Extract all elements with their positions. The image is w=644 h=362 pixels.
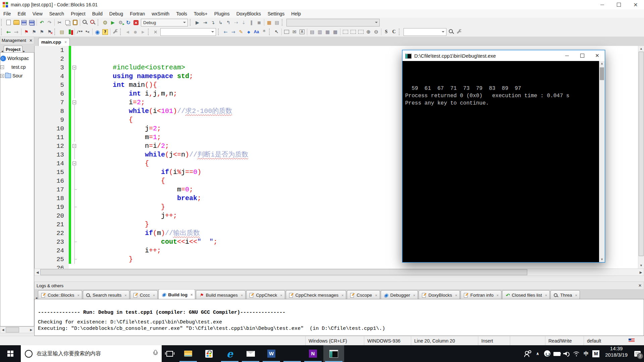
taskbar-console[interactable] (323, 345, 344, 362)
save-all-icon[interactable] (28, 19, 36, 26)
tree-item[interactable]: + Sour (0, 71, 34, 80)
menu-item[interactable]: Plugins (211, 11, 233, 16)
microphone-icon[interactable] (153, 350, 158, 357)
zoom-in-icon[interactable] (365, 28, 372, 36)
paste-icon[interactable] (71, 19, 79, 26)
step-into-instruction-icon[interactable] (240, 19, 248, 26)
taskbar-store[interactable] (199, 345, 219, 362)
doxywizard-icon[interactable] (94, 28, 101, 36)
settings-wrench-icon[interactable] (111, 28, 119, 36)
console-vscrollbar[interactable]: ∧ ∨ (599, 61, 605, 262)
log-tab[interactable]: Cccc × (130, 290, 158, 300)
fold-margin[interactable] (71, 212, 78, 220)
incremental-search-input[interactable] (404, 28, 446, 36)
fold-margin[interactable] (71, 185, 78, 194)
zoom-out-icon[interactable] (372, 28, 380, 36)
editor-vscrollbar[interactable]: ▲ ▼ (638, 46, 644, 268)
project-tree[interactable]: Workspac − test.cp + Sour (0, 52, 34, 326)
menu-item[interactable]: Build (89, 11, 106, 16)
console-maximize-button[interactable] (575, 50, 590, 61)
fold-margin[interactable] (71, 246, 78, 255)
ime-lang-indicator[interactable]: 中 (581, 345, 591, 362)
search-history-select[interactable] (160, 28, 216, 36)
toolbar-grip[interactable] (190, 19, 192, 26)
tab-close-icon[interactable]: × (575, 293, 577, 297)
dash-box-3-icon[interactable] (357, 28, 365, 36)
browse-back-icon[interactable] (5, 28, 12, 36)
fold-margin[interactable] (71, 255, 78, 264)
task-view-button[interactable] (162, 345, 178, 362)
undo-icon[interactable] (38, 19, 46, 26)
tray-app-icon[interactable] (542, 345, 552, 362)
find-icon[interactable] (81, 19, 89, 26)
run-icon[interactable] (109, 19, 117, 26)
fold-margin[interactable] (71, 124, 78, 133)
clear-search-icon[interactable] (152, 28, 159, 36)
step-into-icon[interactable] (217, 19, 224, 26)
log-tab[interactable]: CppCheck messages × (286, 290, 346, 300)
tree-item[interactable]: Workspac (0, 54, 34, 63)
menu-item[interactable]: Project (67, 11, 89, 16)
redo-icon[interactable] (46, 19, 53, 26)
align-fill-icon[interactable] (331, 28, 339, 36)
menu-item[interactable]: Tools+ (191, 11, 211, 16)
frame-widget-icon[interactable] (283, 28, 290, 36)
cut-icon[interactable] (56, 19, 63, 26)
align-left-icon[interactable] (308, 28, 316, 36)
tab-close-icon[interactable]: × (153, 293, 155, 297)
run-to-cursor-icon[interactable] (201, 19, 209, 26)
debugging-windows-icon[interactable] (265, 19, 273, 26)
menu-item[interactable]: Debug (106, 11, 126, 16)
debug-target-select[interactable] (286, 19, 380, 26)
taskbar-mail[interactable] (240, 345, 261, 362)
taskbar-search[interactable]: 在这里输入你要搜索的内容 (21, 345, 162, 362)
debug-continue-icon[interactable] (194, 19, 201, 26)
open-file-icon[interactable] (12, 19, 20, 26)
toolbar-grip[interactable] (282, 19, 284, 26)
log-tab[interactable]: Search results × (83, 290, 129, 300)
menu-item[interactable]: Tools (173, 11, 191, 16)
fold-margin[interactable] (71, 63, 78, 72)
log-tab[interactable]: Code::Blocks × (38, 290, 82, 300)
tab-close-icon[interactable]: × (64, 40, 67, 45)
history-current-icon[interactable] (131, 28, 139, 36)
taskbar-file-explorer[interactable] (178, 345, 199, 362)
log-tab[interactable]: Threa × (550, 290, 580, 300)
tab-close-icon[interactable]: × (545, 293, 547, 297)
taskbar-clock[interactable]: 14:39 2018/3/19 (602, 345, 631, 362)
tab-close-icon[interactable]: × (341, 293, 343, 297)
fold-margin[interactable] (71, 116, 78, 124)
letter-s-icon[interactable] (382, 28, 390, 36)
editor-tab-main-cpp[interactable]: main.cpp × (38, 38, 70, 46)
scroll-up-icon[interactable]: ▲ (638, 46, 644, 52)
step-out-icon[interactable] (224, 19, 232, 26)
edit-pencil-icon[interactable] (237, 28, 245, 36)
fold-margin[interactable] (71, 142, 78, 150)
volume-icon[interactable] (562, 345, 572, 362)
scroll-down-icon[interactable]: ▼ (638, 263, 644, 268)
log-tab[interactable]: CppCheck × (246, 290, 285, 300)
menu-item[interactable]: View (29, 11, 46, 16)
fold-margin[interactable] (71, 220, 78, 229)
menu-item[interactable]: File (0, 11, 14, 16)
debug-info-icon[interactable] (273, 19, 281, 26)
editor-hscrollbar[interactable]: ◀ ▶ (34, 268, 644, 276)
fold-margin[interactable] (71, 238, 78, 246)
toolbar-grip[interactable] (218, 28, 220, 35)
fold-margin[interactable] (71, 55, 78, 63)
log-tab[interactable]: Build log × (158, 290, 195, 300)
fold-margin[interactable] (71, 194, 78, 203)
build-icon[interactable] (101, 19, 109, 26)
console-title-bar[interactable]: D:\Cfile\test.cpp1\bin\Debug\test.exe ✕ (402, 50, 605, 61)
power-tool-icon[interactable] (245, 28, 253, 36)
rebuild-icon[interactable] (124, 19, 132, 26)
log-tab[interactable]: Build messages × (196, 290, 246, 300)
scroll-right-icon[interactable]: ▶ (29, 328, 34, 331)
scroll-left-icon[interactable]: ◀ (35, 270, 40, 274)
ime-mode-icon[interactable]: M (591, 345, 601, 362)
doc-comment-icon[interactable] (76, 28, 84, 36)
fold-margin[interactable] (71, 150, 78, 159)
taskbar-codeblocks[interactable] (282, 345, 303, 362)
toolbar-grip[interactable] (148, 28, 150, 35)
tab-close-icon[interactable]: × (77, 293, 79, 297)
